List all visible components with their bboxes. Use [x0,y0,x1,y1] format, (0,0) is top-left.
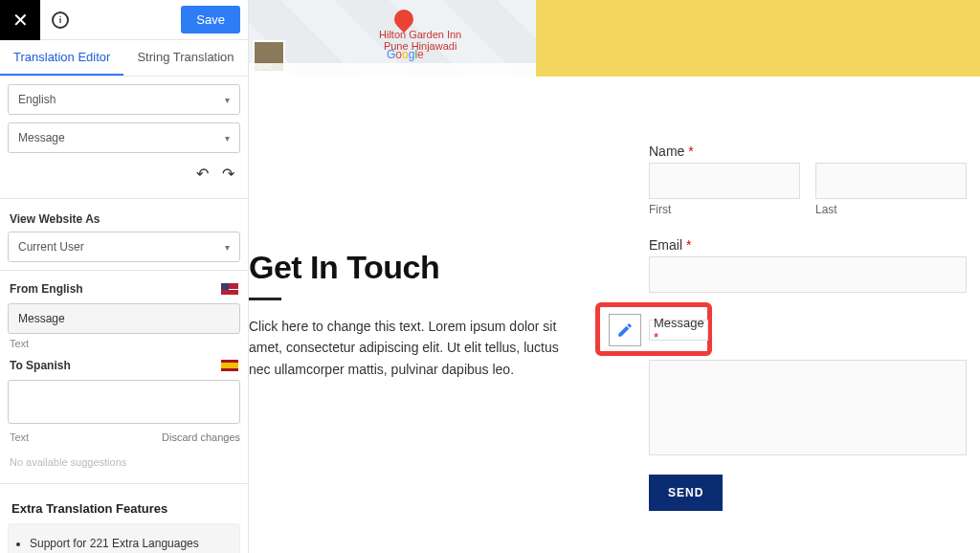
language-select[interactable]: English ▾ [8,84,240,115]
undo-redo-row: ↶ ↷ [8,161,240,192]
get-in-touch-title: Get In Touch [249,249,574,286]
view-as-label: View Website As [8,205,240,232]
flag-us-icon [221,283,238,295]
google-logo: Google [387,48,424,61]
panel-body: English ▾ Message ▾ ↶ ↷ View Website As … [0,77,248,553]
tab-string-translation[interactable]: String Translation [123,40,247,76]
to-language-label: To Spanish [10,359,71,372]
edit-translation-button[interactable] [609,314,641,346]
info-button[interactable]: i [40,0,80,40]
from-language-label: From English [10,282,83,296]
target-subtext: Text [8,428,31,447]
email-label: Email * [649,237,967,253]
title-underline [249,298,281,300]
required-marker: * [654,330,658,344]
view-as-select[interactable]: Current User ▾ [8,232,240,262]
chevron-down-icon: ▾ [225,133,230,144]
close-button[interactable]: ✕ [0,0,40,40]
required-marker: * [686,237,691,253]
last-name-input[interactable] [815,163,967,199]
source-text-input[interactable] [8,303,240,334]
email-input[interactable] [649,256,967,293]
pencil-icon [616,321,634,339]
chevron-down-icon: ▾ [225,242,230,253]
from-language-row: From English [8,276,240,299]
panel-tabs: Translation Editor String Translation [0,40,248,77]
no-suggestions-text: No available suggestions [8,447,240,477]
send-button[interactable]: SEND [649,475,723,511]
view-as-value: Current User [18,240,84,254]
features-title: Extra Translation Features [8,490,240,523]
field-select[interactable]: Message ▾ [8,122,240,153]
save-button[interactable]: Save [181,6,240,33]
discard-changes-button[interactable]: Discard changes [162,431,240,443]
redo-button[interactable]: ↷ [222,165,234,183]
chevron-down-icon: ▾ [225,95,230,105]
undo-button[interactable]: ↶ [196,165,209,183]
flag-es-icon [221,360,238,371]
get-in-touch-text[interactable]: Click here to change this text. Lorem ip… [249,316,574,380]
field-select-value: Message [18,131,65,144]
page-preview: Hilton Garden Inn Pune Hinjawadi UDIO Go… [249,0,980,553]
target-text-input[interactable] [8,380,240,424]
last-sublabel: Last [815,203,967,216]
feature-item: Support for 221 Extra Languages [30,534,226,553]
yellow-banner [536,0,980,77]
features-box: Support for 221 Extra Languages Yoast SE… [8,523,240,553]
translation-panel: ✕ i Save Translation Editor String Trans… [0,0,249,553]
to-language-row: To Spanish [8,353,240,376]
language-select-value: English [18,93,56,106]
message-label-highlighted[interactable]: Message * [649,320,708,341]
required-marker: * [688,144,693,159]
panel-toolbar: ✕ i Save [0,0,248,40]
tab-translation-editor[interactable]: Translation Editor [0,40,123,76]
get-in-touch-block: Get In Touch Click here to change this t… [249,249,574,380]
message-input[interactable] [649,360,967,455]
close-icon: ✕ [12,9,29,32]
source-subtext: Text [8,334,240,353]
name-label: Name * [649,144,967,159]
info-icon: i [52,11,69,29]
first-name-input[interactable] [649,163,800,199]
first-sublabel: First [649,203,800,216]
